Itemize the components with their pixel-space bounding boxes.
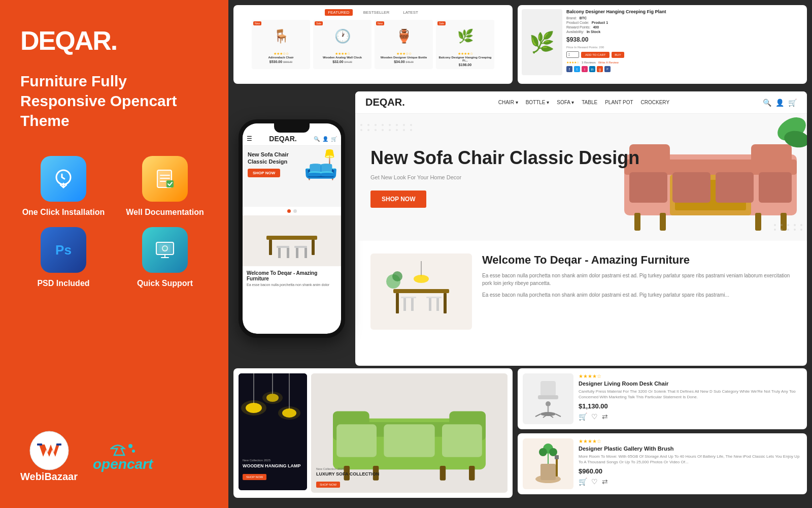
svg-rect-48 [411, 298, 414, 311]
sofa-title: LUXURY SOFA COLLECTION [316, 471, 379, 477]
review-row: ★★★★☆ 3 Reviews Write A Review [566, 60, 803, 64]
phone-notch [274, 123, 310, 133]
desk-chair-heart-icon[interactable]: ♡ [591, 412, 598, 421]
phone-sofa-image: 🛋️ [303, 148, 339, 181]
chair-stars: ★★★☆☆ [254, 52, 308, 56]
svg-point-53 [414, 275, 429, 283]
products-grid: New 🪑 ★★★☆☆ Adirondack Chair $530.00 $59… [238, 20, 509, 69]
brand-label: Brand: [566, 16, 577, 20]
desk-chair-actions: 🛒 ♡ ⇄ [579, 412, 802, 421]
documentation-icon [142, 156, 188, 202]
write-review-link[interactable]: Write A Review [598, 61, 619, 64]
dot-1[interactable] [287, 209, 291, 213]
phone-account-icon[interactable]: 👤 [322, 136, 328, 142]
clock-price: $32.00 $44.00 [316, 60, 369, 64]
phone-shop-now-button[interactable]: SHOP NOW [248, 169, 280, 177]
plastic-gallery-desc: More Room To Move: With 65GB Of Storage … [579, 454, 802, 465]
phone-cart-icon[interactable]: 🛒 [331, 136, 337, 142]
detail-product-info: Balcony Designer Hanging Creeping Fig Pl… [566, 9, 803, 80]
plastic-compare-icon[interactable]: ⇄ [602, 478, 608, 486]
dot-2[interactable] [293, 209, 297, 213]
documentation-label: Well Documentation [126, 208, 204, 217]
hero-title: New Sofa Chair Classic Design [370, 147, 792, 169]
quantity-input[interactable] [566, 51, 579, 58]
phone-mockup-container: ☰ DEQAR. 🔍 👤 🛒 New Sofa Chair Classic De… [233, 91, 350, 366]
nav-crockery[interactable]: CROCKERY [641, 100, 670, 105]
one-click-label: One Click Installation [22, 208, 105, 217]
detail-product-image: 🌿 [522, 9, 562, 75]
pinterest-icon[interactable]: P [604, 66, 611, 72]
svg-rect-72 [384, 424, 434, 457]
svg-rect-43 [393, 289, 449, 293]
svg-point-0 [56, 170, 71, 184]
desk-chair-card: ★★★★☆ Designer Living Room Desk Chair Ca… [518, 368, 807, 429]
product-badge: New [253, 21, 261, 25]
nav-bottle[interactable]: BOTTLE ▾ [526, 100, 550, 105]
plant-stars: ★★★★☆ [438, 52, 492, 56]
hero-shop-now-button[interactable]: SHOP NOW [370, 190, 426, 208]
nav-table[interactable]: TABLE [582, 100, 597, 105]
bottle-image: 🏺 [377, 22, 430, 50]
right-panel: FEATURED BESTSELLER LATEST New 🪑 ★★★☆☆ A… [228, 0, 812, 508]
plant-name: Balcony Designer Hanging Creeping Fi... [438, 56, 492, 62]
psd-label: PSD Included [37, 279, 89, 288]
twitter-icon[interactable]: t [574, 66, 580, 72]
phone-screen: ☰ DEQAR. 🔍 👤 🛒 New Sofa Chair Classic De… [243, 123, 341, 334]
top-row-screenshots: FEATURED BESTSELLER LATEST New 🪑 ★★★☆☆ A… [228, 0, 812, 89]
brand-name: DEQAR. [20, 25, 117, 56]
feature-support: Quick Support [122, 227, 208, 288]
svg-rect-22 [287, 248, 289, 258]
svg-line-84 [556, 414, 561, 417]
welcome-text: Welcome To Deqar - Amazing Furniture Ea … [482, 253, 792, 330]
google-icon[interactable]: g [597, 66, 603, 72]
plant-image: 🌿 [438, 22, 492, 50]
code-value: Product 1 [592, 21, 608, 24]
tab-bestseller[interactable]: BESTSELLER [360, 9, 393, 16]
clock-stars: ★★★★☆ [316, 52, 369, 56]
svg-point-16 [132, 450, 135, 453]
plastic-gallery-actions: 🛒 ♡ ⇄ [579, 478, 802, 486]
plastic-heart-icon[interactable]: ♡ [591, 478, 598, 486]
features-grid: One Click Installation Well Documentatio… [20, 156, 208, 288]
nav-cart-icon[interactable]: 🛒 [788, 99, 797, 107]
desk-chair-compare-icon[interactable]: ⇄ [602, 412, 608, 421]
facebook-icon[interactable]: f [566, 66, 572, 72]
desk-chair-cart-icon[interactable]: 🛒 [579, 412, 587, 421]
phone-hero: New Sofa Chair Classic Design SHOP NOW 🛋… [243, 146, 341, 207]
svg-rect-51 [436, 298, 439, 311]
nav-icons: 🔍 👤 🛒 [763, 99, 797, 107]
lamp-shop-now-button[interactable]: SHOP NOW [243, 474, 266, 480]
tab-latest[interactable]: LATEST [400, 9, 421, 16]
welcome-title: Welcome To Deqar - Amazing Furniture [482, 253, 792, 267]
clock-image: 🕐 [316, 22, 369, 50]
one-click-icon [41, 156, 86, 202]
reward-label: Reward Points: [566, 25, 590, 29]
sofa-shop-now-button[interactable]: SHOP NOW [316, 482, 340, 488]
nav-chair[interactable]: CHAIR ▾ [498, 100, 518, 105]
opencart-logo: opencart [93, 441, 153, 472]
bottom-logos: WebiBazaar opencart [20, 430, 153, 493]
buy-now-button[interactable]: BUY [612, 52, 624, 58]
plastic-gallery-price: $960.00 [579, 467, 802, 475]
tab-featured[interactable]: FEATURED [325, 9, 353, 16]
linkedin-icon[interactable]: in [589, 66, 595, 72]
svg-rect-21 [278, 248, 281, 258]
svg-point-55 [392, 271, 402, 281]
add-to-cart-button[interactable]: ADD TO CART [581, 52, 610, 58]
nav-account-icon[interactable]: 👤 [775, 99, 784, 107]
svg-rect-45 [444, 293, 447, 313]
dots-pattern-right [774, 224, 804, 231]
hamburger-icon[interactable]: ☰ [247, 135, 252, 142]
clock-name: Wooden Analog Wall Clock [316, 56, 369, 59]
svg-rect-30 [634, 213, 640, 231]
avail-value: In Stock [587, 30, 600, 34]
desk-chair-stars: ★★★★☆ [579, 373, 802, 379]
phone-search-icon[interactable]: 🔍 [314, 136, 320, 142]
products2-layout: New Collection 2025 WOODEN HANGING LAMP … [239, 373, 507, 493]
nav-sofa[interactable]: SOFA ▾ [557, 100, 574, 105]
nav-search-icon[interactable]: 🔍 [763, 99, 771, 107]
website-hero: New Sofa Chair Classic Design Get New Lo… [355, 114, 807, 241]
instagram-icon[interactable]: i [582, 66, 588, 72]
nav-plantpot[interactable]: PLANT POT [605, 100, 633, 105]
plastic-cart-icon[interactable]: 🛒 [579, 478, 587, 486]
